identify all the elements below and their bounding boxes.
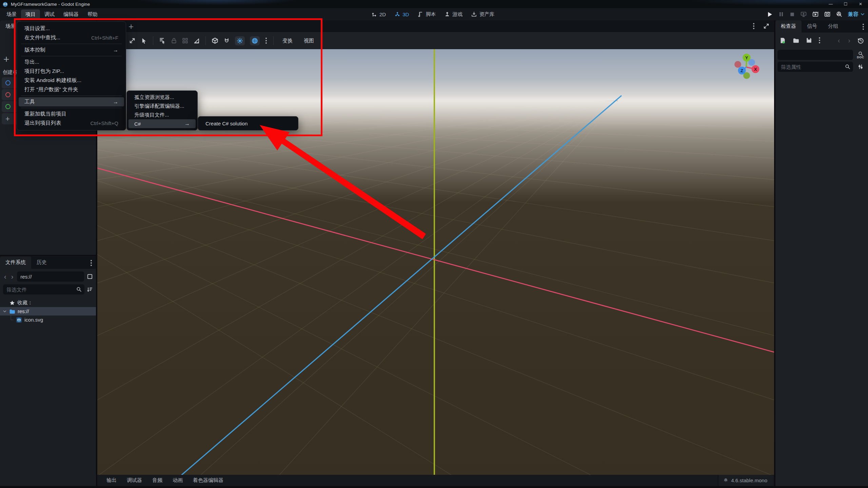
godot-logo-icon bbox=[2, 1, 8, 7]
search-help-button[interactable]: DOC bbox=[855, 51, 866, 59]
tree-line bbox=[8, 316, 14, 324]
tab-inspector[interactable]: 检查器 bbox=[775, 20, 802, 33]
neg-x-ball bbox=[734, 61, 741, 68]
scene-tabs-menu-icon[interactable] bbox=[753, 23, 754, 29]
folder-row-res[interactable]: res:// bbox=[0, 307, 96, 316]
annotation-rectangle bbox=[14, 18, 322, 136]
minimize-button[interactable]: — bbox=[823, 0, 838, 8]
tab-filesystem[interactable]: 文件系统 bbox=[0, 257, 31, 269]
tab-3d[interactable]: 3D bbox=[395, 12, 409, 17]
version-info[interactable]: 4.6.stable.mono bbox=[718, 475, 773, 486]
save-icon[interactable] bbox=[806, 37, 812, 43]
tab-node-signals[interactable]: 信号 bbox=[802, 20, 823, 33]
filter-files-input[interactable] bbox=[3, 284, 84, 294]
3d-icon bbox=[395, 12, 400, 17]
search-icon bbox=[76, 287, 82, 292]
folder-icon bbox=[9, 308, 15, 314]
file-row-icon-svg[interactable]: icon.svg bbox=[0, 316, 96, 324]
menu-project[interactable]: 项目 bbox=[21, 9, 40, 19]
menu-scene[interactable]: 场景 bbox=[2, 9, 21, 19]
play-custom-scene-button[interactable] bbox=[824, 11, 830, 17]
play-button[interactable] bbox=[767, 12, 773, 17]
resource-menu-icon[interactable] bbox=[819, 37, 820, 43]
filesystem-tree: 收藏： res:// icon.svg bbox=[0, 299, 96, 324]
tab-2d[interactable]: 2D bbox=[372, 12, 386, 17]
remote-debug-button[interactable] bbox=[801, 11, 807, 17]
nav-forward-button[interactable]: › bbox=[10, 273, 15, 280]
svg-text:X: X bbox=[754, 67, 757, 72]
svg-text:Z: Z bbox=[741, 68, 743, 73]
window-title: MyGFrameworkGame - Godot Engine bbox=[11, 2, 90, 7]
tab-animation[interactable]: 动画 bbox=[167, 475, 188, 486]
close-button[interactable]: ✕ bbox=[853, 0, 868, 8]
filter-properties-input[interactable] bbox=[777, 62, 853, 72]
godot-file-icon bbox=[16, 317, 22, 323]
tab-output[interactable]: 输出 bbox=[101, 475, 122, 486]
new-resource-icon[interactable] bbox=[780, 37, 786, 44]
maximize-button[interactable]: ☐ bbox=[838, 0, 853, 8]
menu-debug[interactable]: 调试 bbox=[40, 9, 59, 19]
history-back-button[interactable]: ‹ bbox=[837, 37, 841, 44]
z-axis-line bbox=[181, 96, 622, 475]
tab-history[interactable]: 历史 bbox=[31, 257, 52, 269]
assetlib-icon bbox=[471, 12, 477, 17]
ui-scene-icon bbox=[5, 104, 11, 109]
load-resource-icon[interactable] bbox=[793, 37, 799, 44]
tab-game[interactable]: 游戏 bbox=[445, 11, 462, 18]
history-forward-button[interactable]: › bbox=[847, 37, 851, 44]
2d-icon bbox=[372, 12, 377, 17]
favorites-row: 收藏： bbox=[0, 299, 96, 307]
object-name-field[interactable] bbox=[777, 50, 853, 60]
svg-text:Y: Y bbox=[745, 55, 748, 60]
object-history-icon[interactable] bbox=[857, 37, 864, 44]
tab-shader-editor[interactable]: 着色器编辑器 bbox=[188, 475, 229, 486]
chevron-down-icon[interactable] bbox=[3, 309, 7, 313]
game-icon bbox=[445, 12, 450, 17]
nav-back-button[interactable]: ‹ bbox=[3, 273, 7, 280]
add-node-button[interactable]: + bbox=[3, 54, 9, 65]
inspector-dock-menu-icon[interactable] bbox=[863, 24, 864, 30]
movie-maker-button[interactable] bbox=[836, 11, 842, 17]
tab-debugger[interactable]: 调试器 bbox=[122, 475, 147, 486]
path-field[interactable] bbox=[17, 271, 84, 282]
2d-scene-icon bbox=[5, 80, 11, 85]
inspector-tools-button[interactable] bbox=[855, 64, 866, 69]
workspace-switcher: 2D 3D 脚本 游戏 资产库 bbox=[372, 8, 494, 20]
filesystem-dock: 文件系统 历史 ‹ › 收藏： bbox=[0, 255, 96, 486]
split-view-button[interactable] bbox=[87, 273, 93, 280]
tab-audio[interactable]: 音频 bbox=[147, 475, 167, 486]
x-axis-line bbox=[97, 168, 774, 352]
tab-script[interactable]: 脚本 bbox=[418, 11, 436, 18]
star-icon bbox=[9, 300, 15, 306]
pause-button[interactable] bbox=[778, 12, 784, 17]
playback-controls: 兼容 bbox=[767, 8, 865, 20]
play-scene-button[interactable] bbox=[812, 11, 818, 17]
search-icon bbox=[845, 64, 850, 69]
sort-files-button[interactable] bbox=[87, 287, 93, 292]
3d-scene-icon bbox=[5, 92, 11, 97]
filesystem-menu-icon[interactable] bbox=[91, 260, 92, 266]
renderer-select[interactable]: 兼容 bbox=[848, 11, 865, 18]
chevron-down-icon bbox=[861, 12, 865, 16]
menu-editor[interactable]: 编辑器 bbox=[59, 9, 83, 19]
tab-assetlib[interactable]: 资产库 bbox=[471, 11, 494, 18]
inspector-dock: 检查器 信号 分组 ‹ › DOC bbox=[775, 20, 868, 486]
view-axis-gizmo[interactable]: Y X Z bbox=[729, 52, 765, 83]
menu-help[interactable]: 帮助 bbox=[83, 9, 102, 19]
script-icon bbox=[418, 12, 423, 17]
bottom-panel-bar: 输出 调试器 音频 动画 着色器编辑器 4.6.stable.mono bbox=[97, 475, 774, 486]
tab-groups[interactable]: 分组 bbox=[823, 20, 844, 33]
bell-icon bbox=[723, 478, 728, 483]
title-bar: MyGFrameworkGame - Godot Engine — ☐ ✕ bbox=[0, 0, 868, 8]
expand-viewport-icon[interactable] bbox=[763, 23, 769, 29]
stop-button[interactable] bbox=[790, 12, 795, 17]
